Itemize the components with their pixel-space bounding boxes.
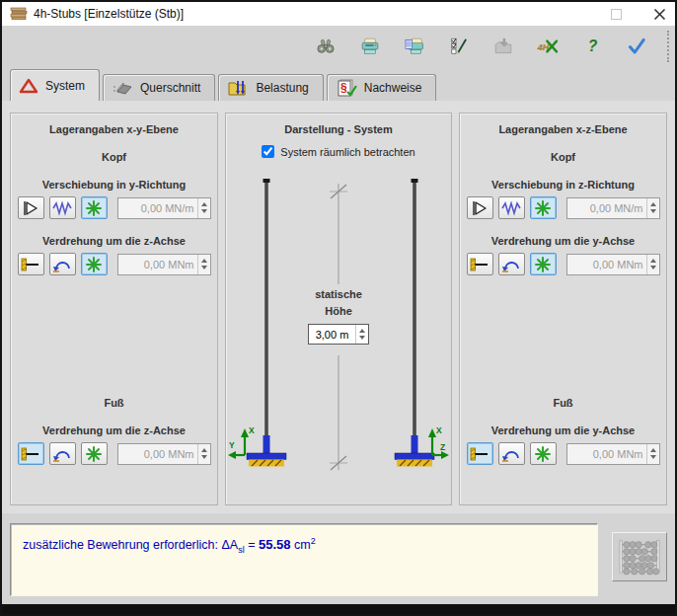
xz-foot-clamped-button[interactable] bbox=[467, 442, 493, 465]
tab-nachweise[interactable]: § Nachweise bbox=[327, 74, 437, 101]
xz-head-rotstiffness-input[interactable] bbox=[567, 259, 646, 270]
spinner-down-icon[interactable] bbox=[359, 336, 365, 340]
xz-head-stiffness-input[interactable] bbox=[567, 202, 646, 214]
xy-foot-rotspring-button[interactable] bbox=[49, 442, 76, 465]
tab-querschnitt[interactable]: Querschnitt bbox=[103, 74, 215, 101]
system-tab-page: Lagerangaben x-y-Ebene Kopf Verschiebung… bbox=[2, 101, 675, 513]
printer-pages-icon bbox=[404, 38, 425, 55]
xz-head-fixed-button[interactable] bbox=[530, 196, 557, 219]
xy-fuss-label: Fuß bbox=[104, 397, 123, 409]
xy-foot-rotstiffness-field[interactable] bbox=[117, 443, 211, 465]
spinner-up-icon[interactable] bbox=[201, 259, 207, 263]
toolbar-grip[interactable] bbox=[667, 31, 669, 62]
xy-head-rotfixed-button[interactable] bbox=[81, 253, 108, 275]
help-button[interactable]: ? bbox=[574, 30, 610, 63]
static-height-field[interactable] bbox=[308, 324, 369, 345]
clamp-icon bbox=[469, 256, 490, 273]
panel-xy-title: Lagerangaben x-y-Ebene bbox=[49, 123, 179, 135]
status-equals: = bbox=[245, 538, 259, 552]
xy-head-rotstiffness-input[interactable] bbox=[118, 259, 197, 270]
static-height-spinner[interactable] bbox=[355, 325, 368, 344]
xz-foot-rotstiffness-input[interactable] bbox=[567, 448, 646, 460]
xz-foot-rotstiffness-spinner[interactable] bbox=[646, 444, 659, 464]
xy-head-rotstiffness-field[interactable] bbox=[117, 254, 211, 275]
print-button[interactable] bbox=[352, 30, 388, 63]
xz-rotation-row bbox=[467, 253, 660, 275]
static-height-label-2: Höhe bbox=[227, 303, 450, 320]
spring-icon bbox=[51, 199, 73, 217]
close-button[interactable] bbox=[651, 6, 667, 22]
spinner-down-icon[interactable] bbox=[650, 209, 656, 213]
xz-head-stiffness-spinner[interactable] bbox=[646, 198, 659, 218]
binoculars-icon bbox=[315, 38, 337, 55]
status-area: zusätzliche Bewehrung erforderlich: ΔAsl… bbox=[2, 513, 675, 604]
xz-head-rotstiffness-spinner[interactable] bbox=[646, 255, 659, 274]
printer-icon bbox=[359, 38, 381, 55]
xz-head-stiffness-field[interactable] bbox=[566, 197, 660, 219]
static-height-input[interactable] bbox=[309, 329, 355, 341]
axis-x-left-label: X bbox=[249, 425, 255, 435]
xz-head-free-button[interactable] bbox=[467, 196, 493, 219]
maximize-button[interactable] bbox=[611, 9, 622, 20]
print-pages-button[interactable] bbox=[397, 30, 432, 63]
panel-xz-title: Lagerangaben x-z-Ebene bbox=[498, 123, 627, 135]
xz-head-clamped-button[interactable] bbox=[467, 253, 493, 275]
xy-head-rotspring-button[interactable] bbox=[49, 253, 76, 275]
xy-head-stiffness-spinner[interactable] bbox=[197, 198, 210, 218]
xy-head-stiffness-input[interactable] bbox=[118, 202, 197, 214]
spinner-up-icon[interactable] bbox=[650, 448, 656, 452]
status-value: 55.58 bbox=[259, 537, 291, 552]
confirm-button[interactable] bbox=[619, 30, 654, 63]
xz-foot-rotspring-button[interactable] bbox=[498, 442, 525, 465]
xz-head-rotfixed-button[interactable] bbox=[530, 253, 557, 275]
svg-text:§: § bbox=[340, 81, 347, 95]
xz-rotation-label: Verdrehung um die y-Achse bbox=[491, 235, 635, 247]
spinner-up-icon[interactable] bbox=[201, 202, 207, 206]
xy-head-free-button[interactable] bbox=[18, 196, 44, 219]
xy-foot-rotstiffness-input[interactable] bbox=[118, 448, 197, 460]
spinner-up-icon[interactable] bbox=[359, 329, 365, 333]
xz-head-spring-button[interactable] bbox=[498, 196, 525, 219]
xz-foot-rotfixed-button[interactable] bbox=[530, 442, 557, 465]
xz-foot-rotstiffness-field[interactable] bbox=[566, 443, 660, 465]
spinner-down-icon[interactable] bbox=[201, 455, 207, 459]
tab-system[interactable]: System bbox=[10, 69, 100, 101]
fixed-star-icon bbox=[83, 199, 105, 217]
xy-head-rotstiffness-spinner[interactable] bbox=[197, 255, 210, 274]
spinner-down-icon[interactable] bbox=[201, 209, 207, 213]
spinner-up-icon[interactable] bbox=[650, 202, 656, 206]
app-planks-icon bbox=[10, 7, 28, 21]
abacus-icon bbox=[619, 536, 660, 578]
help-icon: ? bbox=[581, 38, 603, 55]
svg-text:?: ? bbox=[588, 38, 598, 54]
roller-icon bbox=[20, 199, 41, 217]
save-folder-button[interactable] bbox=[486, 30, 521, 63]
xz-head-rotstiffness-field[interactable] bbox=[566, 254, 660, 275]
load-folder-icon bbox=[227, 79, 249, 97]
view-binoculars-button[interactable] bbox=[308, 30, 343, 63]
spinner-down-icon[interactable] bbox=[650, 266, 656, 270]
calculate-abacus-button[interactable] bbox=[612, 532, 667, 581]
xy-head-stiffness-field[interactable] bbox=[117, 197, 211, 219]
xy-foot-clamped-button[interactable] bbox=[18, 442, 44, 465]
exit-4h-button[interactable]: 4H bbox=[530, 30, 565, 63]
axis-y-left-label: Y bbox=[229, 440, 235, 450]
checklist-edit-button[interactable] bbox=[441, 30, 477, 63]
spatial-checkbox[interactable] bbox=[262, 145, 274, 158]
xy-foot-rotstiffness-spinner[interactable] bbox=[197, 444, 210, 464]
xz-head-rotspring-button[interactable] bbox=[498, 253, 525, 275]
xy-head-spring-button[interactable] bbox=[49, 196, 76, 219]
xy-head-clamped-button[interactable] bbox=[18, 253, 44, 275]
spinner-up-icon[interactable] bbox=[201, 448, 207, 452]
tab-belastung[interactable]: Belastung bbox=[218, 74, 323, 101]
window-bottom-frame bbox=[2, 604, 675, 614]
spinner-down-icon[interactable] bbox=[650, 455, 656, 459]
xy-head-fixed-button[interactable] bbox=[81, 196, 108, 219]
exit-4h-icon: 4H bbox=[537, 38, 559, 55]
xy-rotation-row bbox=[18, 253, 211, 275]
xy-foot-rotfixed-button[interactable] bbox=[81, 442, 108, 465]
axis-z-right-label: Z bbox=[440, 442, 445, 452]
spinner-up-icon[interactable] bbox=[650, 259, 656, 263]
spinner-down-icon[interactable] bbox=[201, 266, 207, 270]
spatial-checkbox-label: System räumlich betrachten bbox=[280, 146, 414, 158]
